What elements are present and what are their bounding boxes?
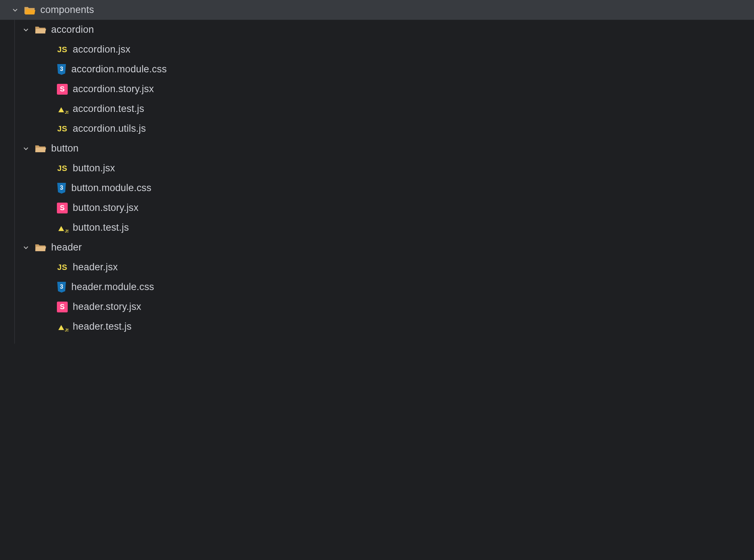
test-icon: JS xyxy=(56,104,68,114)
tree-file[interactable]: JS header.test.js xyxy=(0,317,754,337)
tree-indent-guide xyxy=(14,20,15,344)
chevron-down-icon xyxy=(22,144,30,153)
svg-text:JS: JS xyxy=(65,229,68,233)
javascript-icon: JS xyxy=(56,261,68,274)
chevron-down-icon xyxy=(22,26,30,34)
tree-file[interactable]: S header.story.jsx xyxy=(0,297,754,317)
folder-label: header xyxy=(51,242,82,253)
svg-text:JS: JS xyxy=(65,328,68,332)
tree-file[interactable]: JS button.jsx xyxy=(0,158,754,178)
css-icon: 3 xyxy=(56,63,67,76)
tree-folder-accordion[interactable]: accordion xyxy=(0,20,754,40)
file-label: accordion.test.js xyxy=(73,103,144,114)
file-label: accordion.jsx xyxy=(73,44,130,55)
tree-folder-button[interactable]: button xyxy=(0,139,754,158)
file-label: button.module.css xyxy=(71,182,152,194)
svg-text:JS: JS xyxy=(65,110,68,114)
folder-label: accordion xyxy=(51,24,94,35)
tree-file[interactable]: 3 button.module.css xyxy=(0,178,754,198)
tree-folder-header[interactable]: header xyxy=(0,238,754,257)
file-label: header.jsx xyxy=(73,262,118,273)
folder-open-icon xyxy=(35,143,47,155)
svg-text:3: 3 xyxy=(60,284,63,290)
file-label: header.story.jsx xyxy=(73,301,141,312)
svg-text:3: 3 xyxy=(60,66,63,72)
file-label: button.jsx xyxy=(73,163,115,174)
folder-open-icon xyxy=(35,24,47,36)
storybook-icon: S xyxy=(56,83,68,95)
svg-text:3: 3 xyxy=(60,185,63,191)
tree-file[interactable]: JS accordion.jsx xyxy=(0,40,754,59)
file-label: header.test.js xyxy=(73,321,131,332)
storybook-icon: S xyxy=(56,301,68,313)
tree-file[interactable]: JS accordion.utils.js xyxy=(0,119,754,139)
javascript-icon: JS xyxy=(56,123,68,135)
test-icon: JS xyxy=(56,222,68,233)
chevron-down-icon xyxy=(11,6,19,14)
tree-file[interactable]: 3 header.module.css xyxy=(0,277,754,297)
tree-file[interactable]: S accordion.story.jsx xyxy=(0,79,754,99)
tree-file[interactable]: JS button.test.js xyxy=(0,218,754,238)
file-label: button.test.js xyxy=(73,222,129,233)
tree-file[interactable]: JS header.jsx xyxy=(0,257,754,277)
folder-open-icon xyxy=(35,241,47,254)
folder-root-icon xyxy=(24,4,36,16)
folder-label: components xyxy=(40,4,94,15)
file-label: accordion.module.css xyxy=(71,64,167,75)
javascript-icon: JS xyxy=(56,162,68,175)
chevron-down-icon xyxy=(22,243,30,252)
tree-file[interactable]: S button.story.jsx xyxy=(0,198,754,218)
file-tree: components accordion JS accordion.jsx 3 … xyxy=(0,0,754,337)
file-label: accordion.story.jsx xyxy=(73,83,154,95)
file-label: button.story.jsx xyxy=(73,202,139,213)
css-icon: 3 xyxy=(56,281,67,293)
javascript-icon: JS xyxy=(56,44,68,56)
storybook-icon: S xyxy=(56,202,68,214)
file-label: header.module.css xyxy=(71,281,154,293)
tree-file[interactable]: JS accordion.test.js xyxy=(0,99,754,119)
tree-file[interactable]: 3 accordion.module.css xyxy=(0,59,754,79)
folder-label: button xyxy=(51,143,78,154)
test-icon: JS xyxy=(56,321,68,332)
css-icon: 3 xyxy=(56,182,67,194)
file-label: accordion.utils.js xyxy=(73,123,146,134)
tree-folder-components[interactable]: components xyxy=(0,0,754,20)
